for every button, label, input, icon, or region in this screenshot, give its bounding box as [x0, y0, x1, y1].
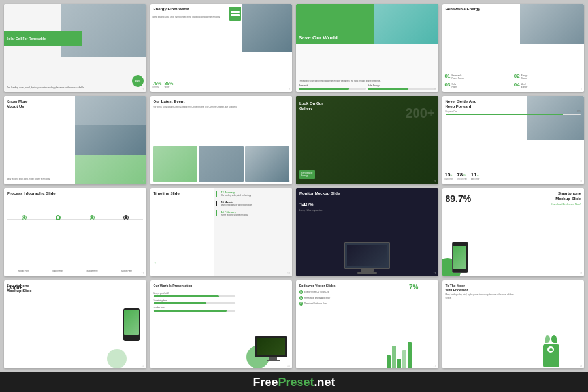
slide-6-photos — [153, 146, 290, 182]
slide-2-stat-1-label: Energy — [153, 86, 162, 88]
slide-15-item-3-num: 03 — [299, 302, 303, 306]
slide-15-bar-1 — [387, 355, 391, 368]
slide-4-item-1: 01 RenewablePower Source — [445, 74, 512, 80]
slide-10: Timeline Slide 12 January Our leading so… — [150, 188, 293, 276]
slide-3-body: The leading solar, wind, hydro power tec… — [299, 80, 436, 82]
slide-15-item-1: 01 Energy From Our Solar Cell — [299, 290, 367, 294]
slide-3-bars: Renewable Solar Energy — [299, 84, 436, 90]
slide-9-dot-2 — [56, 215, 61, 220]
slide-9-dot-4 — [123, 215, 129, 220]
slide-15-item-2: 02 Renewable Energy And Solar — [299, 296, 367, 300]
slide-8-prog-label: Progress One 87% — [446, 110, 581, 113]
slide-5-images — [75, 96, 146, 184]
slide-8-progress: Progress One 87% — [446, 110, 581, 115]
slide-14-title: Our Work Is Presentation — [154, 284, 193, 287]
slide-9: Process Infographic Slide Subtitle Here … — [4, 188, 146, 276]
slide-3-image — [374, 4, 438, 44]
slide-4-item-4-text: WindEnergy — [521, 83, 528, 88]
slide-4-image — [520, 4, 584, 44]
slide-13-phone — [123, 308, 140, 341]
slide-1: Solar Cell For Renewable The leading sol… — [4, 4, 146, 92]
slide-5-img-1 — [75, 96, 146, 125]
slide-6-title: Our Latest Event — [154, 99, 185, 103]
slide-14-bar-1-track — [154, 295, 236, 297]
slide-4-item-4: 04 WindEnergy — [514, 82, 581, 88]
slide-10-timeline: 12 January Our leading solar, wind techn… — [214, 188, 292, 276]
slide-16-num: 18 — [580, 365, 582, 367]
slide-3-bar-1-track — [299, 88, 366, 90]
slide-14-bar-3-fill — [154, 310, 227, 312]
slide-2-stat-1-num: 79% — [153, 81, 162, 86]
slide-5-img-2 — [75, 125, 146, 154]
slide-15-item-1-num: 01 — [299, 290, 303, 294]
slide-1-title-bar: Solar Cell For Renewable — [4, 31, 82, 46]
slide-14-bar-2-track — [154, 302, 236, 304]
slide-9-labels: Subtitle Here Subtitle Here Subtitle Her… — [7, 270, 144, 272]
slide-8-stat-3-num: 11 — [471, 172, 477, 178]
slide-12-stat: 89.7% — [446, 193, 472, 204]
slide-4-item-3: 03 SolarPower — [445, 82, 512, 88]
slide-9-dot-2-inner — [57, 216, 59, 219]
slide-8-image — [527, 96, 584, 140]
slide-2-box-line1 — [231, 11, 240, 13]
slide-10-title: Timeline Slide — [154, 191, 180, 195]
slide-1-title: Solar Cell For Renewable — [7, 37, 46, 41]
slide-14-bar-1: Bring a good stuff — [154, 292, 236, 297]
slide-14-bar-3-label: Another item — [154, 306, 236, 309]
slide-16-leaf-1 — [545, 335, 550, 343]
slide-16-robot — [543, 344, 559, 367]
slide-grid: Solar Cell For Renewable The leading sol… — [0, 0, 588, 372]
slide-14-monitor-screen — [257, 338, 286, 355]
slide-2-image — [242, 4, 292, 52]
slide-11-stat-sub: Lorem, Halow In your step. — [299, 209, 323, 212]
slide-10-tl-3: 14 February Some leading solar technolog… — [216, 210, 289, 216]
slide-2-title: Energy From Water — [154, 7, 189, 12]
slide-5-title: Know MoreAbout Us — [7, 99, 27, 110]
slide-3-num: 5 — [435, 88, 436, 91]
slide-4: Renewable Energy 01 RenewablePower Sourc… — [442, 4, 585, 92]
slide-2-num: 4 — [289, 88, 290, 91]
slide-11-base — [357, 272, 377, 274]
slide-1-body: The leading solar, wind, hydro power tec… — [7, 86, 92, 90]
slide-8: Never Settle AndKeep Forward Progress On… — [442, 96, 585, 184]
slide-5-num: 7 — [143, 180, 144, 183]
slide-15-item-1-text: Energy From Our Solar Cell — [304, 291, 329, 293]
slide-2-stat-2: 89% Water — [165, 81, 174, 88]
slide-13: SmartphoneMockup Slide 13000+ 15 — [4, 280, 146, 368]
slide-3-bottom: The leading solar, wind, hydro power tec… — [299, 80, 436, 90]
slide-10-num: 12 — [287, 272, 290, 275]
slide-11-screen-inner — [347, 245, 387, 266]
slide-14-desktop — [255, 336, 291, 366]
slide-3-bar-2-label: Solar Energy — [368, 84, 435, 87]
slide-12-sub: Download Endeavor Now! — [551, 203, 581, 206]
slide-9-dot-4-inner — [125, 216, 127, 219]
slide-4-item-3-num: 03 — [445, 82, 451, 88]
slide-4-title: Renewable Energy — [446, 7, 480, 11]
slide-9-label-3: Subtitle Here — [86, 270, 97, 272]
slide-4-item-1-text: RenewablePower Source — [451, 74, 464, 80]
slide-15-bar-4 — [402, 350, 406, 368]
slide-14-bar-2-fill — [154, 302, 207, 304]
slide-16-illustration — [519, 280, 583, 368]
slide-12-num: 14 — [580, 272, 582, 275]
slide-8-prog-fill — [446, 114, 564, 115]
slide-10-tl-2: 10 March Many leading solar wind technol… — [216, 201, 289, 206]
slide-3-bar-1-fill — [299, 88, 349, 90]
slide-8-stat-2-num: 78 — [457, 172, 463, 178]
slide-11: Monitor Mockup Slide 140% Lorem, Halow I… — [296, 188, 438, 276]
slide-2-body: Many leading solar, wind, hydro power So… — [153, 16, 231, 19]
slide-6-num: 8 — [289, 180, 290, 183]
slide-2-green-box — [229, 7, 241, 21]
slide-2-box-line2 — [231, 14, 240, 16]
slide-3-bar-1: Renewable — [299, 84, 366, 90]
slide-14-bar-3-track — [154, 310, 236, 312]
slide-6-body: Our Bring, Dirty, Market Green Latest Ev… — [154, 106, 282, 109]
slide-5-body: Many leading solar, wind, hydro power te… — [7, 178, 71, 181]
slide-3-bar-2-track — [368, 88, 435, 90]
slide-9-title: Process Infographic Slide — [7, 191, 56, 195]
slide-8-stat-3: 11+ Est Tortor — [471, 172, 480, 180]
slide-14-bar-1-label: Bring a good stuff — [154, 292, 236, 295]
slide-8-stat-2: 78% Est Ilor Nav — [457, 172, 467, 180]
slide-15-bar-3 — [397, 359, 401, 368]
slide-12-phone-screen — [453, 246, 466, 270]
